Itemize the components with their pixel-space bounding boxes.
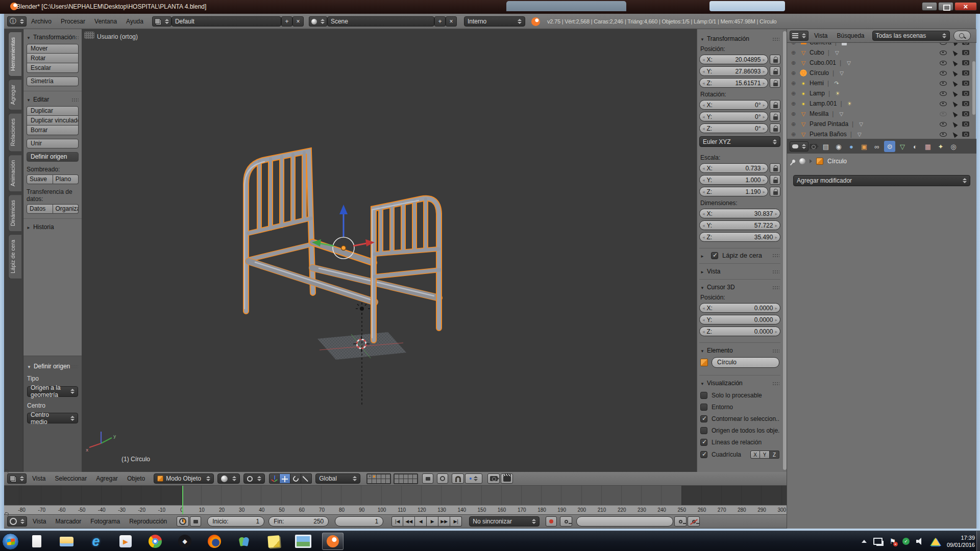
tab-data-icon[interactable]: ▽ bbox=[897, 141, 908, 152]
remove-layout-button[interactable]: × bbox=[292, 16, 304, 27]
tool-shelf-tab[interactable]: Lápiz de cera bbox=[8, 234, 21, 279]
keying-set-field[interactable] bbox=[576, 516, 673, 527]
expand-icon[interactable]: ⊕ bbox=[791, 60, 799, 66]
insert-keyframe-button[interactable] bbox=[674, 516, 687, 527]
renderability-camera-icon[interactable] bbox=[962, 81, 969, 86]
taskbar-clock[interactable]: 17:39 09/01/2016 bbox=[947, 534, 975, 548]
transform-button[interactable]: Mover bbox=[27, 44, 79, 54]
taskbar-app-icon[interactable] bbox=[26, 533, 47, 550]
vista-panel-header[interactable]: Vista bbox=[700, 268, 779, 275]
render-opengl-button[interactable] bbox=[487, 473, 500, 484]
selectability-cursor-icon[interactable] bbox=[951, 59, 958, 66]
object-name[interactable]: Lamp.001 bbox=[810, 100, 837, 107]
add-modifier-dropdown[interactable]: Agregar modificador bbox=[793, 175, 970, 186]
tray-icon[interactable] bbox=[916, 538, 924, 545]
display-checkbox[interactable] bbox=[700, 404, 707, 411]
tab-object-icon[interactable]: ▣ bbox=[859, 141, 870, 152]
scale-field[interactable]: ◂X:0.733▸ bbox=[699, 163, 768, 173]
visibility-eye-icon[interactable] bbox=[940, 71, 947, 76]
layers-widget-2[interactable] bbox=[394, 473, 418, 484]
npanel-transform-header[interactable]: Transformación bbox=[700, 35, 779, 42]
tab-particles-icon[interactable]: ✦ bbox=[935, 141, 946, 152]
display-checkbox[interactable] bbox=[700, 427, 707, 434]
visibility-eye-icon[interactable] bbox=[940, 61, 947, 65]
menu-item[interactable]: Marcador bbox=[51, 515, 86, 528]
layers-widget-1[interactable] bbox=[366, 473, 391, 484]
renderability-camera-icon[interactable] bbox=[962, 101, 969, 106]
tab-material-icon[interactable]: ◐ bbox=[910, 141, 921, 152]
lock-button[interactable] bbox=[770, 78, 780, 88]
proportional-edit-button[interactable] bbox=[437, 473, 448, 484]
visibility-eye-icon[interactable] bbox=[940, 91, 947, 96]
selectability-cursor-icon[interactable] bbox=[951, 43, 958, 46]
add-layout-button[interactable]: + bbox=[281, 16, 292, 27]
menu-item[interactable]: Vista bbox=[810, 29, 832, 42]
scale-field[interactable]: ◂Z:1.190▸ bbox=[699, 187, 768, 196]
selectability-cursor-icon[interactable] bbox=[951, 69, 958, 77]
object-name[interactable]: Cubo bbox=[810, 49, 824, 56]
selectability-cursor-icon[interactable] bbox=[951, 49, 958, 56]
object-name[interactable]: Mesilla bbox=[810, 110, 828, 117]
npanel-scrollbar[interactable] bbox=[783, 31, 787, 470]
expand-icon[interactable]: ⊕ bbox=[791, 43, 799, 46]
tab-render-icon[interactable] bbox=[807, 141, 819, 152]
object-name[interactable]: Pared Pintada bbox=[810, 120, 848, 128]
visibility-eye-icon[interactable] bbox=[940, 51, 947, 55]
lock-button[interactable] bbox=[770, 55, 780, 64]
renderability-camera-icon[interactable] bbox=[962, 132, 969, 137]
tab-texture-icon[interactable]: ▦ bbox=[922, 141, 934, 152]
tool-shelf-tab[interactable]: Dinámicas bbox=[8, 194, 21, 232]
object-name[interactable]: Hemi bbox=[810, 80, 824, 87]
rotation-field[interactable]: ◂Z:0°▸ bbox=[699, 123, 768, 133]
position-field[interactable]: ◂Y:27.86093▸ bbox=[699, 66, 768, 76]
lock-button[interactable] bbox=[770, 123, 780, 133]
unir-button[interactable]: Unir bbox=[27, 139, 79, 148]
rotation-field[interactable]: ◂Y:0°▸ bbox=[699, 112, 768, 121]
transfer-button[interactable]: Organizaci bbox=[53, 204, 79, 214]
expand-icon[interactable]: ⊕ bbox=[791, 49, 799, 56]
edit-button[interactable]: Duplicar bbox=[27, 106, 79, 116]
tab-modifiers-icon[interactable]: ⚙ bbox=[884, 141, 895, 152]
definir-origen-button[interactable]: Definir origen bbox=[27, 152, 79, 162]
menu-item[interactable]: Ayuda bbox=[121, 15, 148, 28]
start-button[interactable] bbox=[2, 533, 19, 550]
minimize-button[interactable] bbox=[922, 2, 937, 11]
taskbar-app-icon[interactable] bbox=[292, 533, 314, 550]
shading-dropdown[interactable] bbox=[217, 473, 240, 484]
lock-button[interactable] bbox=[770, 187, 780, 196]
outliner-row[interactable]: ⊕ Cubo | bbox=[787, 47, 976, 58]
scale-field[interactable]: ◂Y:1.000▸ bbox=[699, 175, 768, 185]
panel-historia-header[interactable]: Historia bbox=[27, 223, 79, 231]
manipulator-scale-button[interactable] bbox=[301, 473, 312, 484]
dimension-field[interactable]: ◂Y:57.722▸ bbox=[699, 220, 780, 230]
lapiz-expand-icon[interactable] bbox=[700, 252, 707, 259]
viewport-panel-grip[interactable] bbox=[84, 32, 94, 39]
grid-axis-toggle[interactable]: Y bbox=[760, 450, 770, 459]
tray-icon[interactable] bbox=[862, 540, 867, 543]
cuadricula-checkbox[interactable] bbox=[700, 451, 707, 458]
current-frame-indicator[interactable] bbox=[182, 486, 183, 514]
auto-keyframe-button[interactable] bbox=[546, 516, 557, 527]
taskbar-app-icon[interactable] bbox=[233, 533, 255, 550]
object-name-field[interactable]: Círculo bbox=[712, 357, 779, 368]
grid-axis-toggle[interactable]: X bbox=[750, 450, 760, 459]
snap-button[interactable] bbox=[452, 473, 464, 484]
tab-world-icon[interactable]: ● bbox=[846, 141, 857, 152]
selectability-cursor-icon[interactable] bbox=[951, 100, 958, 107]
outliner-row[interactable]: ⊕ Camera | bbox=[787, 43, 976, 47]
display-checkbox[interactable] bbox=[700, 439, 707, 446]
panel-transformacion-header[interactable]: Transformación bbox=[27, 34, 79, 41]
menu-item[interactable]: Reproducción bbox=[125, 515, 172, 528]
renderability-camera-icon[interactable] bbox=[962, 121, 969, 127]
menu-item[interactable]: Objeto bbox=[122, 472, 150, 485]
object-name[interactable]: Puerta Baños bbox=[810, 131, 847, 138]
outliner-row[interactable]: ⊕ Lamp | bbox=[787, 88, 976, 98]
visualizacion-panel-header[interactable]: Visualización bbox=[700, 380, 779, 387]
playback-button[interactable]: |◀ bbox=[391, 516, 403, 527]
outliner-row[interactable]: ⊕ Lamp.001 | bbox=[787, 98, 976, 109]
outliner-scrollbar[interactable] bbox=[972, 61, 975, 115]
render-engine-selector[interactable]: Interno bbox=[464, 16, 525, 27]
editor-type-outliner-button[interactable] bbox=[790, 31, 808, 41]
taskbar-app-icon[interactable] bbox=[174, 533, 195, 550]
dimension-field[interactable]: ◂Z:35.490▸ bbox=[699, 232, 780, 242]
